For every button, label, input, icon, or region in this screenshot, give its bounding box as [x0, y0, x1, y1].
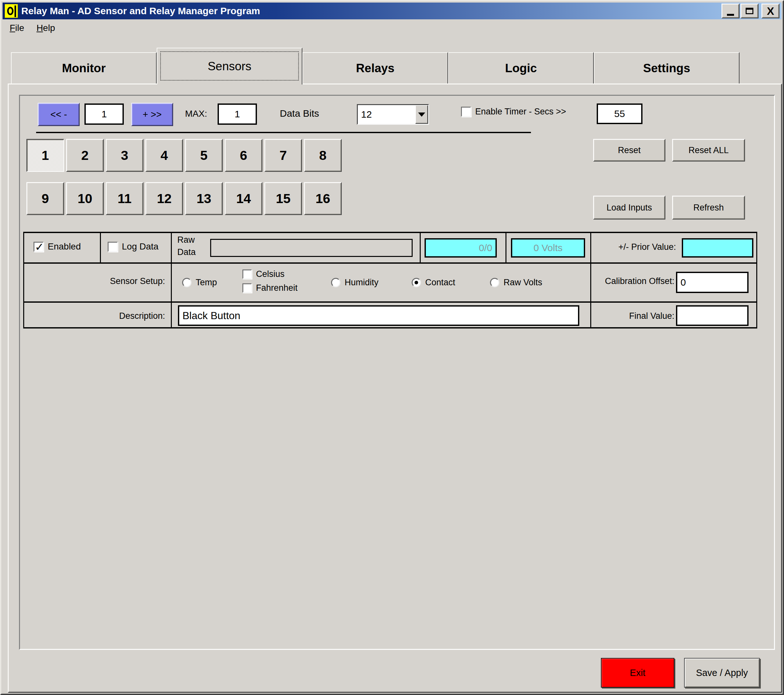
tab-label: Sensors: [208, 59, 252, 73]
channel-button-2[interactable]: 2: [66, 139, 104, 172]
max-label: MAX:: [185, 109, 207, 119]
enabled-checkbox[interactable]: [33, 242, 43, 252]
channel-button-6[interactable]: 6: [225, 139, 262, 172]
channel-button-7[interactable]: 7: [264, 139, 302, 172]
channel-button-4[interactable]: 4: [145, 139, 183, 172]
calibration-offset-label: Calibration Offset:: [594, 276, 674, 286]
radio-humidity[interactable]: Humidity: [331, 278, 379, 288]
menu-bar: FileHelp: [3, 21, 55, 35]
enable-timer-checkbox-group[interactable]: Enable Timer - Secs >>: [461, 107, 566, 117]
max-field[interactable]: 1: [217, 104, 257, 125]
tab-label: Logic: [505, 62, 537, 75]
tab-monitor[interactable]: Monitor: [11, 52, 156, 84]
tab-settings[interactable]: Settings: [594, 52, 740, 84]
chevron-down-icon: [418, 112, 425, 117]
sensors-tab-page: << - 1 + >> MAX: 1 Data Bits 12 Enable T…: [8, 84, 782, 693]
tab-sensors[interactable]: Sensors: [156, 48, 302, 84]
close-button[interactable]: X: [761, 3, 779, 18]
nav-separator-line: [36, 132, 531, 133]
channel-button-1[interactable]: 1: [26, 139, 64, 172]
enable-timer-label: Enable Timer - Secs >>: [475, 107, 566, 117]
tab-logic[interactable]: Logic: [448, 52, 594, 84]
fahrenheit-checkbox[interactable]: [242, 283, 252, 293]
maximize-icon: [746, 8, 753, 14]
celsius-checkbox[interactable]: [242, 270, 252, 279]
app-icon-ring: [7, 7, 13, 15]
load-inputs-button[interactable]: Load Inputs: [593, 196, 665, 219]
channel-button-12[interactable]: 12: [145, 182, 183, 215]
raw-volts-radio-icon[interactable]: [490, 278, 499, 287]
next-channel-button[interactable]: + >>: [131, 103, 173, 126]
sensor-setup-label: Sensor Setup:: [23, 276, 165, 286]
raw-volts-label: Raw Volts: [504, 278, 542, 288]
app-icon: [5, 4, 18, 18]
tab-label: Relays: [356, 62, 394, 75]
enable-timer-checkbox[interactable]: [461, 107, 471, 117]
log-data-checkbox[interactable]: [108, 242, 118, 252]
data-bits-select[interactable]: 12: [357, 104, 429, 125]
table-line: [756, 232, 757, 328]
fahrenheit-label: Fahrenheit: [256, 283, 298, 293]
data-bits-dropdown-button[interactable]: [415, 105, 428, 124]
channel-button-11[interactable]: 11: [106, 182, 143, 215]
channel-button-15[interactable]: 15: [264, 182, 302, 215]
contact-radio-icon[interactable]: [412, 278, 421, 287]
title-bar: Relay Man - AD Sensor and Relay Manager …: [3, 3, 781, 19]
raw-data-label-line2: Data: [177, 247, 196, 257]
tab-relays[interactable]: Relays: [302, 52, 448, 84]
log-data-checkbox-group[interactable]: Log Data: [108, 241, 159, 252]
channel-button-16[interactable]: 16: [304, 182, 342, 215]
radio-contact[interactable]: Contact: [412, 278, 455, 288]
tab-strip: MonitorSensorsRelaysLogicSettings: [11, 48, 740, 84]
timer-seconds-field[interactable]: 55: [597, 104, 642, 124]
temp-radio-icon[interactable]: [182, 278, 191, 287]
enabled-checkbox-group[interactable]: Enabled: [33, 241, 81, 252]
raw-data-field[interactable]: [210, 239, 413, 257]
table-line: [23, 232, 757, 233]
app-icon-bar: [15, 5, 16, 17]
humidity-radio-icon[interactable]: [331, 278, 341, 287]
channel-button-8[interactable]: 8: [304, 139, 342, 172]
description-field[interactable]: Black Button: [178, 305, 579, 326]
menu-file[interactable]: File: [10, 23, 24, 33]
sensor-detail-table: Enabled Log Data Raw Data 0/0 0 Volts +/…: [23, 232, 757, 328]
celsius-checkbox-group[interactable]: Celsius: [242, 269, 285, 279]
fahrenheit-checkbox-group[interactable]: Fahrenheit: [242, 283, 298, 293]
volts-reading-display: 0 Volts: [511, 238, 585, 258]
current-channel-field[interactable]: 1: [84, 104, 124, 125]
table-line: [23, 301, 757, 303]
menu-help[interactable]: Help: [36, 23, 55, 33]
tab-label: Monitor: [62, 62, 106, 75]
channel-button-5[interactable]: 5: [185, 139, 223, 172]
table-line: [100, 233, 101, 262]
prev-channel-button[interactable]: << -: [38, 103, 80, 126]
table-line: [420, 233, 421, 262]
prior-value-label: +/- Prior Value:: [597, 242, 676, 252]
channel-grid: 12345678910111213141516: [26, 139, 342, 215]
radio-temp[interactable]: Temp: [182, 278, 217, 288]
contact-label: Contact: [425, 278, 455, 288]
channel-button-10[interactable]: 10: [66, 182, 104, 215]
description-label: Description:: [23, 311, 165, 321]
final-value-label: Final Value:: [594, 311, 674, 321]
channel-button-14[interactable]: 14: [225, 182, 262, 215]
channel-button-9[interactable]: 9: [26, 182, 64, 215]
raw-data-label-line1: Raw: [177, 235, 195, 245]
minimize-button[interactable]: [721, 3, 740, 18]
reset-all-button[interactable]: Reset ALL: [672, 139, 745, 161]
calibration-offset-field[interactable]: 0: [676, 272, 749, 293]
sensor-frame: << - 1 + >> MAX: 1 Data Bits 12 Enable T…: [19, 95, 775, 650]
refresh-button[interactable]: Refresh: [672, 196, 745, 219]
humidity-label: Humidity: [344, 278, 379, 288]
maximize-button[interactable]: [741, 3, 759, 18]
radio-raw-volts[interactable]: Raw Volts: [490, 278, 542, 288]
channel-button-3[interactable]: 3: [106, 139, 143, 172]
save-apply-button[interactable]: Save / Apply: [684, 658, 760, 688]
table-line: [171, 233, 172, 327]
data-bits-label: Data Bits: [280, 108, 319, 119]
exit-button[interactable]: Exit: [601, 658, 674, 688]
minimize-icon: [727, 14, 734, 16]
channel-button-13[interactable]: 13: [185, 182, 223, 215]
final-value-field: [676, 305, 749, 326]
reset-button[interactable]: Reset: [593, 139, 665, 161]
